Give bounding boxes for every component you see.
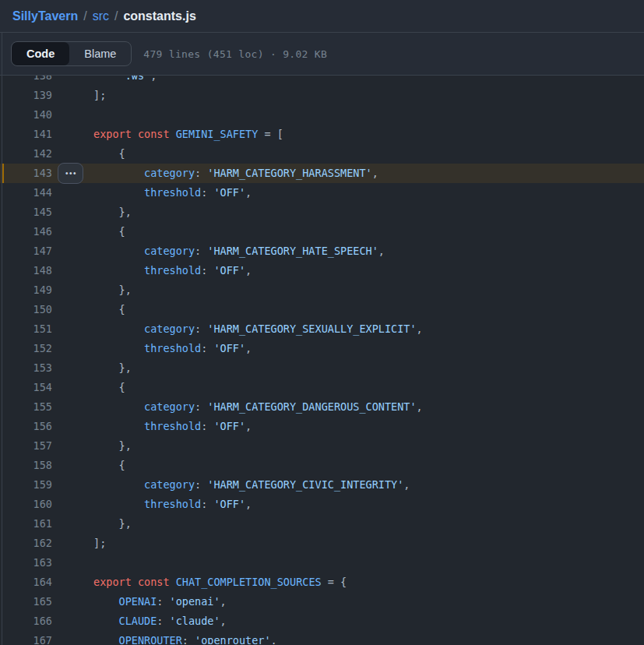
code-line: 151 category: 'HARM_CATEGORY_SEXUALLY_EX… bbox=[0, 319, 644, 339]
line-number[interactable]: 151 bbox=[0, 319, 52, 339]
line-number[interactable]: 166 bbox=[0, 612, 52, 631]
breadcrumb-separator: / bbox=[83, 9, 86, 23]
code-line: 163 bbox=[0, 553, 644, 573]
line-number[interactable]: 167 bbox=[0, 631, 52, 644]
code-line: 144 threshold: 'OFF', bbox=[0, 183, 644, 203]
line-number[interactable]: 148 bbox=[0, 261, 52, 280]
code-line: 164export const CHAT_COMPLETION_SOURCES … bbox=[0, 573, 644, 592]
code-text: category: 'HARM_CATEGORY_DANGEROUS_CONTE… bbox=[52, 397, 423, 417]
line-number[interactable]: 149 bbox=[0, 280, 52, 300]
code-line: 150 { bbox=[0, 300, 644, 319]
line-number[interactable]: 146 bbox=[0, 222, 52, 241]
code-line: 139]; bbox=[0, 86, 644, 105]
line-options-kebab-button[interactable]: ••• bbox=[58, 163, 83, 184]
line-number[interactable]: 153 bbox=[0, 358, 52, 378]
line-number[interactable]: 147 bbox=[0, 241, 52, 261]
code-text bbox=[52, 553, 93, 573]
github-file-view: SillyTavern / src / constants.js Code Bl… bbox=[0, 0, 644, 645]
code-line: 149 }, bbox=[0, 280, 644, 300]
code-line: 145 }, bbox=[0, 203, 644, 222]
code-text: export const GEMINI_SAFETY = [ bbox=[52, 125, 283, 144]
code-blame-switch: Code Blame bbox=[11, 41, 132, 66]
code-text: { bbox=[52, 222, 125, 241]
code-line: 155 category: 'HARM_CATEGORY_DANGEROUS_C… bbox=[0, 397, 644, 417]
code-text: threshold: 'OFF', bbox=[52, 183, 252, 203]
code-line: 140 bbox=[0, 105, 644, 125]
line-number[interactable]: 162 bbox=[0, 534, 52, 553]
code-text: ]; bbox=[52, 534, 106, 553]
code-text: { bbox=[52, 300, 125, 319]
code-text: }, bbox=[52, 514, 132, 534]
line-number[interactable]: 145 bbox=[0, 203, 52, 222]
code-text: { bbox=[52, 378, 125, 397]
code-line: 156 threshold: 'OFF', bbox=[0, 417, 644, 436]
code-line: 161 }, bbox=[0, 514, 644, 534]
breadcrumb-folder-link[interactable]: src bbox=[93, 9, 109, 23]
line-number[interactable]: 155 bbox=[0, 397, 52, 417]
code-line: 141export const GEMINI_SAFETY = [ bbox=[0, 125, 644, 144]
code-line: 154 { bbox=[0, 378, 644, 397]
code-text: threshold: 'OFF', bbox=[52, 417, 252, 436]
code-line: 162]; bbox=[0, 534, 644, 553]
line-number[interactable]: 138 bbox=[0, 76, 52, 86]
code-line: 152 threshold: 'OFF', bbox=[0, 339, 644, 358]
breadcrumb: SillyTavern / src / constants.js bbox=[0, 0, 644, 33]
code-line: 153 }, bbox=[0, 358, 644, 378]
tab-blame[interactable]: Blame bbox=[69, 42, 131, 65]
code-line: 166 CLAUDE: 'claude', bbox=[0, 612, 644, 631]
line-number[interactable]: 161 bbox=[0, 514, 52, 534]
line-number[interactable]: 141 bbox=[0, 125, 52, 144]
code-text: }, bbox=[52, 436, 132, 456]
code-text: ]; bbox=[52, 86, 106, 105]
line-number[interactable]: 157 bbox=[0, 436, 52, 456]
code-lines: 138 '.ws',139];140141export const GEMINI… bbox=[0, 76, 644, 644]
code-line: 167 OPENROUTER: 'openrouter', bbox=[0, 631, 644, 644]
code-text bbox=[52, 105, 93, 125]
breadcrumb-file-name: constants.js bbox=[123, 9, 195, 23]
code-text: }, bbox=[52, 203, 132, 222]
line-number[interactable]: 164 bbox=[0, 573, 52, 592]
breadcrumb-repo-link[interactable]: SillyTavern bbox=[12, 9, 78, 23]
code-text: threshold: 'OFF', bbox=[52, 495, 252, 514]
code-line: 138 '.ws', bbox=[0, 76, 644, 86]
code-text: }, bbox=[52, 358, 132, 378]
line-number[interactable]: 160 bbox=[0, 495, 52, 514]
code-text: category: 'HARM_CATEGORY_HARASSMENT', bbox=[52, 164, 378, 183]
code-text: OPENROUTER: 'openrouter', bbox=[52, 631, 277, 644]
line-number[interactable]: 139 bbox=[0, 86, 52, 105]
code-viewer: 138 '.ws',139];140141export const GEMINI… bbox=[0, 76, 644, 644]
code-text: category: 'HARM_CATEGORY_CIVIC_INTEGRITY… bbox=[52, 475, 410, 495]
code-text: { bbox=[52, 456, 125, 475]
code-text: }, bbox=[52, 280, 132, 300]
code-text: { bbox=[52, 144, 125, 164]
breadcrumb-separator: / bbox=[114, 9, 118, 23]
code-text: category: 'HARM_CATEGORY_HATE_SPEECH', bbox=[52, 241, 385, 261]
tab-code[interactable]: Code bbox=[12, 42, 69, 65]
line-number[interactable]: 150 bbox=[0, 300, 52, 319]
code-line: 157 }, bbox=[0, 436, 644, 456]
code-line: 159 category: 'HARM_CATEGORY_CIVIC_INTEG… bbox=[0, 475, 644, 495]
line-number[interactable]: 142 bbox=[0, 144, 52, 164]
line-number[interactable]: 152 bbox=[0, 339, 52, 358]
code-line-highlighted: 143••• category: 'HARM_CATEGORY_HARASSME… bbox=[0, 164, 644, 183]
line-number[interactable]: 140 bbox=[0, 105, 52, 125]
file-info: 479 lines (451 loc) · 9.02 KB bbox=[143, 48, 327, 60]
code-text: CLAUDE: 'claude', bbox=[52, 612, 227, 631]
container-left-border bbox=[2, 33, 2, 645]
line-number[interactable]: 158 bbox=[0, 456, 52, 475]
code-line: 146 { bbox=[0, 222, 644, 241]
line-number[interactable]: 156 bbox=[0, 417, 52, 436]
code-line: 147 category: 'HARM_CATEGORY_HATE_SPEECH… bbox=[0, 241, 644, 261]
code-text: threshold: 'OFF', bbox=[52, 339, 252, 358]
line-number[interactable]: 143 bbox=[0, 164, 52, 183]
line-number[interactable]: 154 bbox=[0, 378, 52, 397]
line-number[interactable]: 165 bbox=[0, 592, 52, 612]
code-line: 165 OPENAI: 'openai', bbox=[0, 592, 644, 612]
code-text: threshold: 'OFF', bbox=[52, 261, 252, 280]
line-number[interactable]: 159 bbox=[0, 475, 52, 495]
code-text: '.ws', bbox=[52, 76, 157, 86]
line-number[interactable]: 163 bbox=[0, 553, 52, 573]
line-number[interactable]: 144 bbox=[0, 183, 52, 203]
code-line: 158 { bbox=[0, 456, 644, 475]
code-text: OPENAI: 'openai', bbox=[52, 592, 227, 612]
